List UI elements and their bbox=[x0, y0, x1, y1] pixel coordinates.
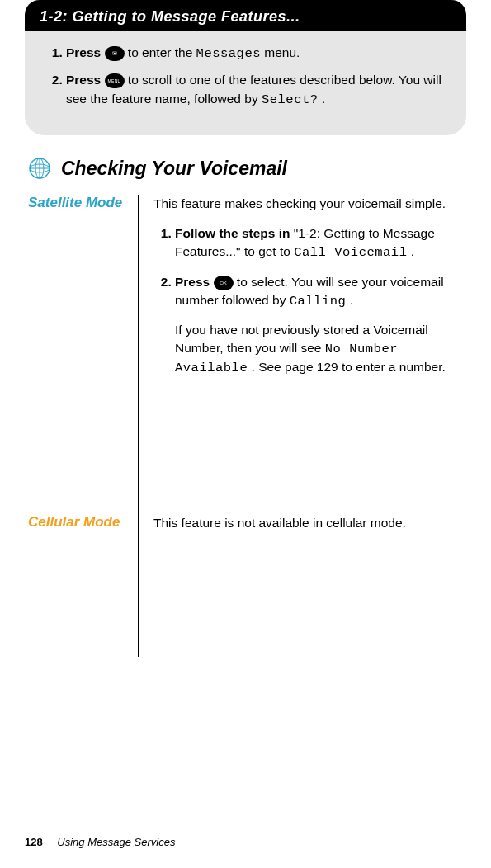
page-footer: 128 Using Message Services bbox=[25, 836, 175, 848]
text: . bbox=[411, 244, 414, 258]
text: to enter the bbox=[128, 45, 196, 59]
cellular-mode-label: Cellular Mode bbox=[28, 514, 123, 531]
label-press: Press bbox=[66, 45, 105, 59]
label-press: Press bbox=[175, 275, 214, 289]
text: . bbox=[322, 92, 325, 106]
label-press: Press bbox=[66, 73, 105, 87]
cellular-text: This feature is not available in cellula… bbox=[153, 514, 466, 532]
instruction-box: Press ✉ to enter the Messages menu. Pres… bbox=[25, 31, 466, 135]
lcd-text: Select? bbox=[262, 92, 319, 107]
label-follow: Follow the steps in bbox=[175, 226, 294, 240]
page-number: 128 bbox=[25, 836, 43, 848]
section-header: 1-2: Getting to Message Features... bbox=[25, 0, 466, 31]
intro-text: This feature makes checking your voicema… bbox=[153, 196, 446, 210]
satellite-mode-label: Satellite Mode bbox=[28, 195, 123, 211]
text: . bbox=[350, 293, 353, 307]
lcd-text: Messages bbox=[196, 46, 261, 61]
menu-icon: MENU bbox=[105, 73, 125, 88]
ok-icon: OK bbox=[214, 276, 234, 290]
lcd-text: Calling bbox=[290, 294, 347, 309]
globe-icon bbox=[28, 157, 51, 180]
footer-title: Using Message Services bbox=[57, 836, 175, 848]
lcd-text: Call Voicemail bbox=[294, 245, 407, 260]
mail-icon: ✉ bbox=[105, 46, 125, 61]
text: menu. bbox=[264, 45, 300, 59]
subsection-title: Checking Your Voicemail bbox=[61, 158, 287, 180]
note-text: . See page 129 to enter a number. bbox=[252, 360, 446, 374]
